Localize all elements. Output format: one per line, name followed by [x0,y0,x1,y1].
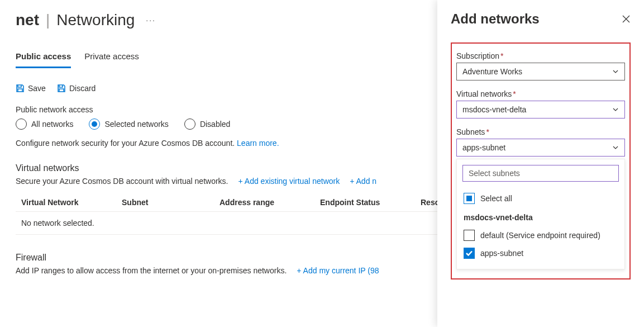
radio-selected-networks[interactable]: Selected networks [89,119,168,130]
title-suffix: Networking [56,11,135,29]
subscription-select[interactable]: Adventure Works [456,63,625,80]
col-subnet: Subnet [122,198,220,207]
learn-more-link[interactable]: Learn more. [237,139,279,148]
firewall-description: Add IP ranges to allow access from the i… [16,266,287,275]
chevron-down-icon [612,68,619,75]
discard-button[interactable]: Discard [57,84,96,93]
title-prefix: net [16,11,39,29]
subnets-dropdown: Select subnets Select all msdocs-vnet-de… [456,159,625,269]
tab-public-access[interactable]: Public access [16,49,71,68]
radio-disabled[interactable]: Disabled [184,119,230,130]
chevron-down-icon [612,144,619,151]
select-all-label: Select all [480,194,512,203]
subnet-search-input[interactable]: Select subnets [462,165,619,182]
radio-disabled-label: Disabled [200,120,230,129]
vnet-value: msdocs-vnet-delta [462,105,526,114]
more-menu[interactable]: ··· [146,16,156,25]
subnet-option-apps[interactable]: apps-subnet [462,244,619,262]
vnets-description: Secure your Azure Cosmos DB account with… [16,177,228,186]
radio-all-label: All networks [31,120,73,129]
subnet-option-default[interactable]: default (Service endpoint required) [462,226,619,244]
subnet-default-label: default (Service endpoint required) [480,231,600,240]
highlighted-region: Subscription* Adventure Works Virtual ne… [451,42,631,279]
save-icon [16,84,25,93]
discard-label: Discard [69,84,96,93]
col-address-range: Address range [220,198,320,207]
panel-title: Add networks [451,11,540,27]
tab-private-access[interactable]: Private access [84,49,139,68]
select-all-checkbox[interactable]: Select all [462,189,619,207]
subnets-select[interactable]: apps-subnet [456,139,625,157]
radio-selected-label: Selected networks [104,120,168,129]
checkbox-checked-icon [464,248,475,259]
save-button[interactable]: Save [16,84,46,93]
vnet-label: Virtual networks* [456,89,625,98]
subnets-value: apps-subnet [462,143,505,152]
checkbox-unchecked-icon [464,230,475,241]
save-label: Save [28,84,46,93]
subnets-label: Subnets* [456,127,625,136]
col-virtual-network: Virtual Network [21,198,122,207]
vnet-select[interactable]: msdocs-vnet-delta [456,101,625,119]
subnet-group-label: msdocs-vnet-delta [462,207,619,226]
radio-all-networks[interactable]: All networks [16,119,73,130]
checkbox-indeterminate-icon [464,193,475,204]
title-separator: | [46,11,50,29]
subscription-label: Subscription* [456,51,625,60]
close-icon[interactable] [622,15,631,23]
add-existing-vnet-link[interactable]: + Add existing virtual network [238,177,340,186]
discard-icon [57,84,66,93]
add-new-vnet-link[interactable]: + Add n [350,177,376,186]
chevron-down-icon [612,106,619,113]
subscription-value: Adventure Works [462,67,522,76]
col-endpoint-status: Endpoint Status [320,198,421,207]
add-networks-panel: Add networks Subscription* Adventure Wor… [437,0,644,327]
subnet-apps-label: apps-subnet [480,249,523,258]
add-current-ip-link[interactable]: + Add my current IP (98 [297,266,379,275]
